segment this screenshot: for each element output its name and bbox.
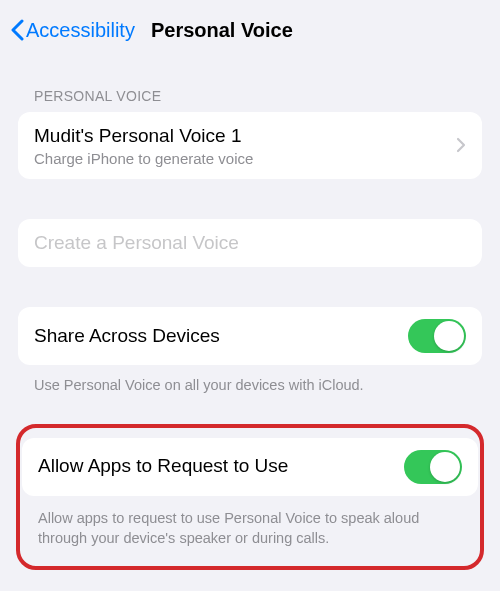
allow-apps-toggle[interactable] bbox=[404, 450, 462, 484]
highlight-annotation: Allow Apps to Request to Use Allow apps … bbox=[16, 424, 484, 571]
share-devices-title: Share Across Devices bbox=[34, 324, 408, 349]
share-devices-row: Share Across Devices bbox=[18, 307, 482, 365]
allow-apps-footer: Allow apps to request to use Personal Vo… bbox=[22, 496, 478, 549]
toggle-knob bbox=[434, 321, 464, 351]
chevron-right-icon bbox=[456, 137, 466, 153]
toggle-knob bbox=[430, 452, 460, 482]
allow-apps-group: Allow Apps to Request to Use bbox=[22, 438, 478, 496]
allow-apps-row: Allow Apps to Request to Use bbox=[22, 438, 478, 496]
share-devices-footer: Use Personal Voice on all your devices w… bbox=[18, 365, 482, 395]
chevron-left-icon bbox=[10, 19, 24, 41]
create-voice-group: Create a Personal Voice bbox=[18, 219, 482, 268]
share-devices-toggle[interactable] bbox=[408, 319, 466, 353]
personal-voice-group: Mudit's Personal Voice 1 Charge iPhone t… bbox=[18, 112, 482, 179]
section-header-personal-voice: PERSONAL VOICE bbox=[18, 52, 482, 112]
nav-header: Accessibility Personal Voice bbox=[0, 0, 500, 52]
back-button[interactable]: Accessibility bbox=[10, 19, 135, 42]
personal-voice-subtitle: Charge iPhone to generate voice bbox=[34, 150, 456, 167]
create-voice-title: Create a Personal Voice bbox=[34, 231, 466, 256]
page-title: Personal Voice bbox=[151, 19, 293, 42]
back-label: Accessibility bbox=[26, 19, 135, 42]
personal-voice-row[interactable]: Mudit's Personal Voice 1 Charge iPhone t… bbox=[18, 112, 482, 179]
personal-voice-title: Mudit's Personal Voice 1 bbox=[34, 124, 456, 149]
create-voice-row[interactable]: Create a Personal Voice bbox=[18, 219, 482, 268]
allow-apps-title: Allow Apps to Request to Use bbox=[38, 454, 404, 479]
share-devices-group: Share Across Devices bbox=[18, 307, 482, 365]
